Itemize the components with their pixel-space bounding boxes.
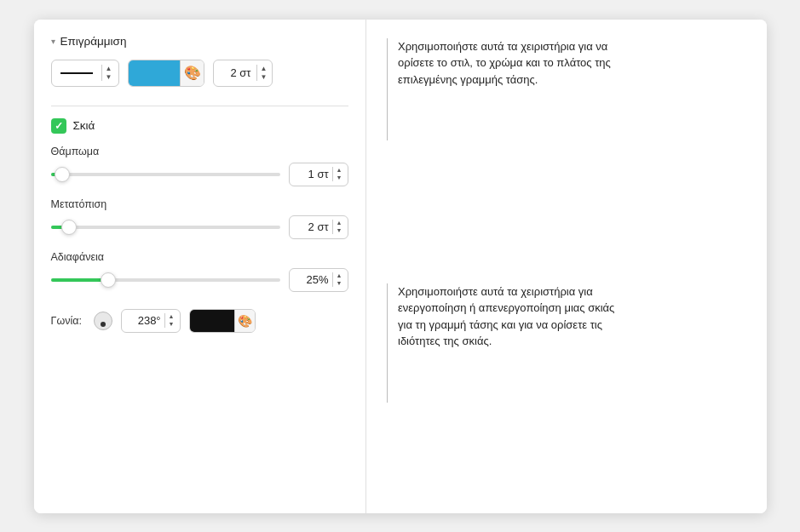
opacity-slider-thumb[interactable] <box>101 272 116 288</box>
stroke-style-up-arrow[interactable]: ▲ <box>106 65 112 73</box>
section-chevron-icon[interactable]: ▾ <box>51 37 55 46</box>
angle-dot <box>101 322 106 327</box>
angle-value-input[interactable]: 238° ▲ ▼ <box>121 309 181 333</box>
angle-wheel[interactable] <box>94 312 112 330</box>
angle-stepper[interactable]: ▲ ▼ <box>164 313 175 328</box>
opacity-down-arrow[interactable]: ▼ <box>337 280 342 287</box>
stroke-style-down-arrow[interactable]: ▼ <box>106 73 112 82</box>
offset-value: 2 στ <box>295 220 329 233</box>
opacity-slider-track <box>51 278 280 282</box>
offset-up-arrow[interactable]: ▲ <box>337 220 342 226</box>
divider-1 <box>51 106 348 106</box>
opacity-slider-fill <box>51 278 108 282</box>
shadow-title: Σκιά <box>73 119 95 132</box>
angle-down-arrow[interactable]: ▼ <box>169 321 175 328</box>
stroke-width-down-arrow[interactable]: ▼ <box>261 73 268 82</box>
offset-stepper[interactable]: ▲ ▼ <box>332 220 342 234</box>
section-header: ▾ Επιγράμμιση <box>51 35 348 48</box>
opacity-slider-track-container[interactable] <box>51 272 280 288</box>
blur-stepper[interactable]: ▲ ▼ <box>332 167 342 181</box>
shadow-color-wheel-icon[interactable]: 🎨 <box>234 310 255 332</box>
opacity-stepper[interactable]: ▲ ▼ <box>332 272 342 287</box>
color-wheel-icon[interactable]: 🎨 <box>180 60 204 86</box>
offset-slider-thumb[interactable] <box>61 220 77 235</box>
opacity-value: 25% <box>295 273 329 286</box>
shadow-checkbox[interactable]: ✓ <box>51 118 66 134</box>
blur-label: Θάμπωμα <box>51 146 348 157</box>
stroke-color-picker[interactable]: 🎨 <box>128 60 204 87</box>
angle-value: 238° <box>127 314 161 327</box>
blur-down-arrow[interactable]: ▼ <box>337 174 342 181</box>
blur-slider-track <box>51 173 280 176</box>
stroke-width-input[interactable]: 2 στ ▲ ▼ <box>213 60 273 87</box>
angle-row: Γωνία: 238° ▲ ▼ 🎨 <box>51 309 348 333</box>
stroke-line-preview <box>60 72 93 74</box>
opacity-label: Αδιαφάνεια <box>51 251 348 263</box>
offset-label: Μετατόπιση <box>51 198 348 210</box>
offset-controls: 2 στ ▲ ▼ <box>51 215 348 239</box>
shadow-header: ✓ Σκιά <box>51 118 348 134</box>
callout-text-1: Χρησιμοποιήστε αυτά τα χειριστήρια για ν… <box>398 38 619 89</box>
blur-slider-row: Θάμπωμα 1 στ ▲ ▼ <box>51 146 348 186</box>
right-panel: Χρησιμοποιήστε αυτά τα χειριστήρια για ν… <box>366 20 767 513</box>
blur-up-arrow[interactable]: ▲ <box>337 167 342 174</box>
stroke-width-up-arrow[interactable]: ▲ <box>261 65 268 73</box>
stroke-row: ▲ ▼ 🎨 2 στ ▲ ▼ <box>51 60 348 87</box>
section-title: Επιγράμμιση <box>60 35 127 48</box>
checkbox-check-icon: ✓ <box>55 121 63 131</box>
callout-text-2: Χρησιμοποιήστε αυτά τα χειριστήρια για ε… <box>398 283 619 350</box>
left-panel: ▾ Επιγράμμιση ▲ ▼ 🎨 2 στ ▲ <box>34 20 366 513</box>
shadow-color-picker[interactable]: 🎨 <box>189 309 256 333</box>
angle-label: Γωνία: <box>51 315 85 327</box>
offset-slider-track-container[interactable] <box>51 220 280 235</box>
stroke-style-stepper[interactable]: ▲ ▼ <box>101 65 112 81</box>
stroke-width-value: 2 στ <box>219 66 250 79</box>
offset-value-input[interactable]: 2 στ ▲ ▼ <box>289 215 348 239</box>
offset-down-arrow[interactable]: ▼ <box>337 227 342 234</box>
stroke-style-button[interactable]: ▲ ▼ <box>51 60 120 87</box>
stroke-width-stepper[interactable]: ▲ ▼ <box>256 65 268 81</box>
opacity-value-input[interactable]: 25% ▲ ▼ <box>289 268 348 292</box>
blur-value-input[interactable]: 1 στ ▲ ▼ <box>289 163 348 186</box>
opacity-slider-row: Αδιαφάνεια 25% ▲ ▼ <box>51 251 348 292</box>
offset-slider-track <box>51 226 280 229</box>
opacity-controls: 25% ▲ ▼ <box>51 268 348 292</box>
blur-slider-thumb[interactable] <box>55 167 70 182</box>
opacity-up-arrow[interactable]: ▲ <box>337 272 342 279</box>
offset-slider-row: Μετατόπιση 2 στ ▲ ▼ <box>51 198 348 239</box>
stroke-color-swatch <box>129 60 180 86</box>
blur-controls: 1 στ ▲ ▼ <box>51 163 348 186</box>
blur-slider-track-container[interactable] <box>51 167 280 182</box>
blur-value: 1 στ <box>295 168 329 180</box>
angle-up-arrow[interactable]: ▲ <box>169 313 175 320</box>
shadow-color-swatch <box>190 310 234 332</box>
